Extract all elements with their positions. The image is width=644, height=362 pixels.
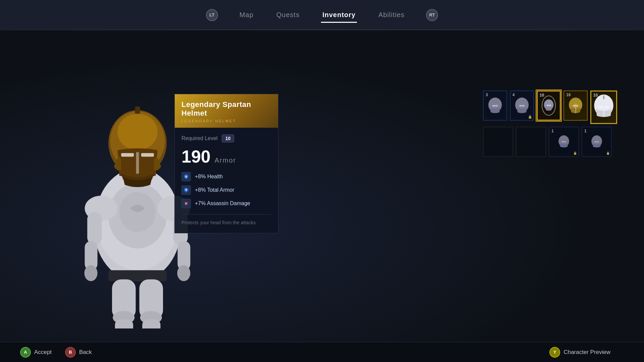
inventory-cell-2-4[interactable]: 1 🔒 bbox=[582, 127, 612, 157]
svg-rect-30 bbox=[492, 105, 495, 107]
svg-rect-49 bbox=[564, 141, 566, 142]
svg-rect-26 bbox=[121, 153, 134, 157]
preview-label: Character Preview bbox=[564, 349, 610, 356]
svg-rect-6 bbox=[87, 212, 102, 245]
cell-level: 1 bbox=[584, 129, 587, 133]
accept-button-icon[interactable]: A bbox=[20, 347, 31, 358]
required-level-row: Required Level 10 bbox=[181, 134, 271, 142]
stat-armor-text: +8% Total Armor bbox=[195, 187, 234, 193]
preview-button-icon[interactable]: Y bbox=[549, 347, 560, 358]
inventory-grid[interactable]: 3 4 🔒 10 bbox=[483, 90, 617, 160]
cell-lock-icon: 🔒 bbox=[606, 152, 610, 155]
svg-rect-48 bbox=[561, 141, 564, 142]
helmet-icon-selected bbox=[542, 99, 555, 113]
armor-label: Armor bbox=[215, 157, 236, 164]
helmet-icon bbox=[589, 133, 604, 150]
item-panel-body: Required Level 10 190 Armor +8% Health bbox=[175, 128, 278, 233]
required-level-label: Required Level bbox=[181, 135, 218, 141]
helmet-icon bbox=[514, 96, 530, 116]
svg-rect-33 bbox=[519, 105, 522, 107]
armor-row: 190 Armor bbox=[181, 148, 271, 165]
svg-rect-36 bbox=[547, 105, 549, 106]
armor-icon bbox=[181, 185, 191, 195]
helmet-icon-large bbox=[592, 94, 616, 121]
cell-lock-icon: 🔒 bbox=[573, 152, 577, 155]
svg-rect-46 bbox=[603, 95, 604, 99]
inventory-cell-1-4[interactable]: 16 bbox=[564, 90, 588, 121]
helmet-icon bbox=[567, 96, 584, 116]
back-action[interactable]: B Back bbox=[65, 347, 92, 358]
preview-action[interactable]: Y Character Preview bbox=[549, 347, 610, 358]
stat-health-text: +8% Health bbox=[195, 174, 223, 180]
inventory-cell-2-2[interactable] bbox=[516, 127, 546, 157]
svg-rect-44 bbox=[605, 106, 609, 108]
svg-rect-17 bbox=[115, 319, 133, 328]
health-icon bbox=[181, 172, 191, 181]
accept-action[interactable]: A Accept bbox=[20, 347, 52, 358]
item-name: Legendary Spartan Helmet bbox=[181, 100, 271, 118]
inventory-cell-1-5[interactable]: 10 bbox=[590, 90, 617, 124]
svg-rect-31 bbox=[495, 105, 498, 107]
svg-rect-37 bbox=[549, 105, 551, 106]
svg-point-24 bbox=[117, 114, 157, 150]
svg-rect-52 bbox=[597, 141, 599, 142]
back-label: Back bbox=[79, 349, 92, 356]
svg-rect-41 bbox=[575, 104, 576, 114]
inventory-row-1: 3 4 🔒 10 bbox=[483, 90, 617, 124]
stat-health: +8% Health bbox=[181, 172, 271, 181]
accept-label: Accept bbox=[34, 349, 52, 356]
top-nav: LT Map Quests Inventory Abilities RT bbox=[0, 0, 644, 30]
item-type: LEGENDARY HELMET bbox=[181, 119, 271, 123]
cell-level: 10 bbox=[593, 93, 598, 98]
svg-point-10 bbox=[84, 265, 97, 281]
svg-rect-45 bbox=[603, 105, 604, 117]
nav-separator bbox=[0, 29, 644, 30]
svg-rect-25 bbox=[135, 107, 140, 114]
helmet-icon bbox=[487, 96, 503, 116]
cell-level: 10 bbox=[540, 93, 544, 98]
svg-rect-27 bbox=[141, 153, 154, 157]
inventory-row-2: 1 🔒 1 🔒 bbox=[483, 127, 617, 157]
svg-rect-34 bbox=[522, 105, 525, 107]
required-level-badge: 10 bbox=[222, 134, 234, 142]
lt-button[interactable]: LT bbox=[206, 9, 218, 21]
svg-rect-28 bbox=[136, 152, 139, 174]
nav-abilities[interactable]: Abilities bbox=[377, 8, 406, 21]
svg-rect-18 bbox=[142, 319, 160, 328]
inventory-cell-1-1[interactable]: 3 bbox=[483, 90, 507, 121]
inventory-cell-2-1[interactable] bbox=[483, 127, 513, 157]
rt-button[interactable]: RT bbox=[426, 9, 438, 21]
svg-point-11 bbox=[177, 265, 190, 281]
assassin-icon bbox=[181, 199, 191, 208]
selector-circle bbox=[542, 96, 556, 116]
main-background: Legendary Spartan Helmet LEGENDARY HELME… bbox=[0, 30, 644, 362]
item-panel-header: Legendary Spartan Helmet LEGENDARY HELME… bbox=[175, 94, 278, 128]
item-info-panel: Legendary Spartan Helmet LEGENDARY HELME… bbox=[174, 94, 278, 233]
helmet-icon bbox=[556, 133, 571, 150]
inventory-cell-1-3-selected[interactable]: 10 bbox=[537, 90, 561, 121]
cell-lock-icon: 🔒 bbox=[528, 115, 532, 119]
back-button-icon[interactable]: B bbox=[65, 347, 76, 358]
bottom-bar: A Accept B Back Y Character Preview bbox=[0, 342, 644, 362]
cell-level: 1 bbox=[551, 129, 554, 133]
svg-rect-12 bbox=[108, 270, 167, 281]
item-description: Protects your head from the attacks. bbox=[181, 214, 271, 226]
stat-assassin: +7% Assassin Damage bbox=[181, 199, 271, 208]
inventory-cell-1-2[interactable]: 4 🔒 bbox=[510, 90, 534, 121]
svg-rect-43 bbox=[599, 106, 603, 108]
nav-inventory[interactable]: Inventory bbox=[321, 8, 357, 21]
svg-rect-51 bbox=[594, 141, 596, 142]
nav-quests[interactable]: Quests bbox=[275, 8, 301, 21]
nav-map[interactable]: Map bbox=[238, 8, 255, 21]
stat-assassin-text: +7% Assassin Damage bbox=[195, 200, 250, 206]
armor-value: 190 bbox=[181, 148, 211, 165]
stat-armor: +8% Total Armor bbox=[181, 185, 271, 195]
inventory-cell-2-3[interactable]: 1 🔒 bbox=[549, 127, 579, 157]
